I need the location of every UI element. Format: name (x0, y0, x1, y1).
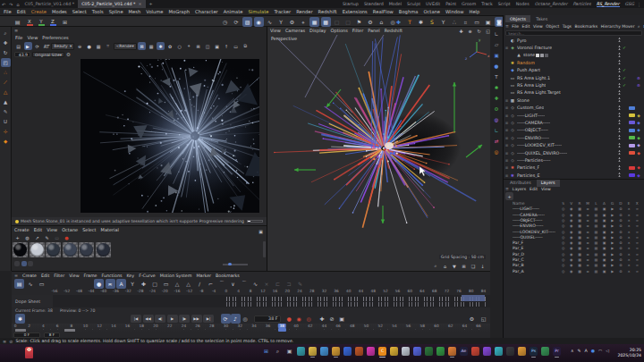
linear-icon[interactable]: / (195, 279, 205, 289)
object-row[interactable]: ◐Pyro (504, 37, 644, 44)
cache-solver-button[interactable]: ✱ (15, 314, 25, 324)
workplane-icon[interactable]: ⊞ (60, 17, 70, 27)
visibility-dots[interactable] (618, 113, 621, 118)
layer-toggle-icon[interactable]: ▤ (592, 223, 600, 228)
load-icon[interactable]: ↗ (33, 233, 41, 241)
layer-toggle-icon[interactable]: ≡ (584, 230, 592, 234)
layer-toggle-icon[interactable]: ≡ (584, 246, 592, 250)
layer-toggle-icon[interactable]: ◉ (567, 218, 575, 223)
target-icon[interactable]: ◎ (492, 147, 502, 156)
material-thumbnail[interactable] (96, 242, 111, 257)
octane-material-icon[interactable]: ● (63, 233, 71, 241)
x-axis-button[interactable]: X (25, 19, 34, 26)
next-key-button[interactable]: ▶▶ (191, 315, 202, 323)
visibility-dots[interactable] (618, 157, 621, 163)
ghost-a-icon[interactable]: ▢ (332, 17, 342, 27)
loop-app-icon[interactable] (353, 345, 365, 361)
app-dark-icon[interactable] (504, 345, 516, 361)
world-icon[interactable]: ◍ (23, 233, 31, 241)
app-purple-icon[interactable] (481, 345, 493, 361)
c4d-icon[interactable]: C (377, 345, 388, 361)
camera-label[interactable]: Perspective (271, 36, 297, 41)
tl-gear-icon[interactable]: ⚙ (467, 314, 477, 324)
tab-attributes[interactable]: Attributes (505, 180, 536, 187)
obj-menu-file[interactable]: File (512, 24, 519, 29)
menu-octane[interactable]: Octane (423, 9, 440, 14)
layer-toggle-icon[interactable]: ◎ (559, 269, 567, 274)
mat-view-small-icon[interactable] (14, 261, 20, 266)
ease-icon[interactable]: ∨ (228, 279, 238, 289)
document-tab[interactable]: C05_Particle_V01.c4d * (21, 0, 79, 8)
object-row[interactable]: ✱Random (504, 59, 644, 66)
copy-icon[interactable]: ⧉ (242, 42, 250, 50)
preview-eye-icon[interactable]: ◎ (241, 314, 250, 324)
layer-toggle-icon[interactable]: ⚙ (616, 218, 624, 223)
layer-toggle-icon[interactable]: ◎ (559, 223, 567, 228)
tl-menu-filter[interactable]: Filter (54, 274, 64, 278)
layer-toggle-icon[interactable]: ⚙ (616, 246, 624, 250)
layer-toggle-icon[interactable]: ▶ (608, 230, 616, 234)
layer-menu-edit[interactable]: Edit (530, 187, 538, 191)
enabled-check-icon[interactable]: ✓ (621, 46, 628, 50)
object-tag-icon[interactable] (545, 54, 548, 57)
goto-end-button[interactable]: ▶| (203, 315, 214, 323)
layer-toggle-icon[interactable]: ∞ (633, 206, 641, 211)
menu-window[interactable]: Window (445, 9, 463, 14)
layer-toggle-icon[interactable]: ◉ (567, 263, 575, 267)
layer-toggle-icon[interactable]: ▤ (592, 213, 600, 217)
prev-key-button[interactable]: ◀◀ (143, 315, 154, 323)
taskbar-clock[interactable]: 20:25 2025/10/24 (618, 348, 641, 358)
workspace-tab[interactable]: Standard (364, 2, 384, 6)
brush-icon[interactable]: ✎ (1, 107, 11, 116)
paste-key-icon[interactable]: ⊐ (284, 279, 294, 289)
mat-view-large-icon[interactable] (28, 261, 33, 266)
play-icon[interactable]: ▶ (24, 42, 32, 50)
automode-icon[interactable]: A (116, 279, 126, 289)
layer-toggle-icon[interactable]: ◉ (567, 240, 575, 245)
object-row[interactable]: ▭RS Area Light.1✓⊕ (504, 74, 644, 81)
zoom-view-icon[interactable]: ⊕ (466, 27, 474, 35)
refresh-icon[interactable]: ⟳ (33, 42, 41, 50)
layer-toggle-icon[interactable]: ≡ (584, 240, 592, 245)
loop-icon[interactable]: ⟳ (221, 314, 231, 324)
mat-menu-material[interactable]: Material (101, 227, 119, 232)
object-row[interactable]: ⊞◇-----LOOKDEV_KIT-----◆ (504, 141, 644, 148)
dopesheet-tracks[interactable]: Dope Sheet (12, 295, 490, 307)
layer-toggle-icon[interactable]: ▤ (592, 252, 600, 257)
layer-row[interactable]: Par_F◎◉▦≡▤▣▶⚙×∞ (505, 240, 644, 246)
goto-start-button[interactable]: |◀ (131, 315, 141, 323)
material-thumbnail[interactable] (30, 242, 45, 257)
home-icon[interactable]: ⌂ (16, 2, 19, 7)
object-row[interactable]: ⊞◇-----LIGHT-----◆ (504, 112, 644, 119)
toggle-view-icon[interactable]: ◱ (484, 27, 490, 35)
autokey-button[interactable]: ◉ (294, 314, 304, 324)
obj-menu-bookmarks[interactable]: Bookmarks (575, 24, 598, 29)
layer-toggle-icon[interactable]: ∞ (633, 213, 641, 217)
cloth-icon[interactable]: ▨ (242, 17, 252, 27)
menu-extensions[interactable]: Extensions (343, 9, 368, 14)
layer-color-chip[interactable] (629, 129, 635, 132)
dopesheet-ruler[interactable]: -56-52-48-44-40-36-32-28-24-20-16-12-8-4… (12, 289, 490, 295)
workspace-tab[interactable]: Sculpt (407, 2, 420, 6)
material-scrollbar[interactable] (263, 241, 266, 257)
volume-icon[interactable]: ◁ (606, 349, 609, 353)
material-zoom-slider[interactable] (223, 264, 248, 265)
current-frame-field[interactable]: 38 F (254, 316, 281, 323)
layer-color-chip[interactable] (629, 173, 635, 177)
menu-edit[interactable]: Edit (17, 9, 26, 14)
visibility-dots[interactable] (618, 143, 621, 148)
object-tag-icon[interactable] (540, 54, 544, 57)
range-handle[interactable] (15, 329, 26, 332)
orbit-view-icon[interactable]: ↻ (475, 27, 483, 35)
tray-chevron-icon[interactable]: ∧ (571, 349, 574, 353)
layer-toggle-icon[interactable]: ∞ (633, 218, 641, 223)
chrome-icon[interactable] (330, 345, 342, 361)
layer-toggle-icon[interactable]: ▣ (600, 263, 608, 267)
obj-menu-object[interactable]: Object (546, 24, 559, 29)
visibility-dots[interactable] (618, 97, 621, 103)
app-teal-icon[interactable] (493, 345, 504, 361)
mat-menu-create[interactable]: Create (14, 227, 30, 232)
status-menu-icon[interactable]: ≡ (3, 339, 6, 344)
layer-toggle-icon[interactable]: ▣ (600, 230, 608, 234)
tl-menu-view[interactable]: View (69, 274, 79, 278)
